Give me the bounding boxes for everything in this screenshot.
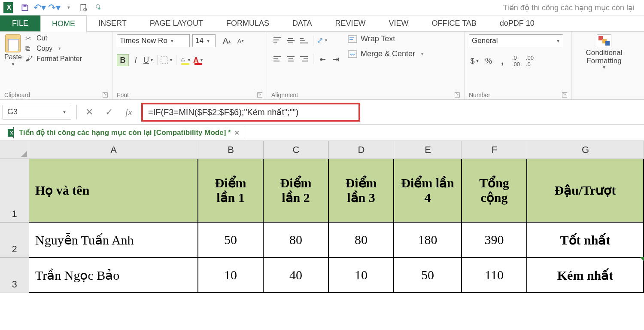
col-header-A[interactable]: A [29,141,198,159]
touch-mode-icon[interactable] [94,3,102,12]
svg-rect-6 [348,36,357,43]
close-tab-icon[interactable]: ✕ [234,129,240,136]
name-box[interactable]: G3▼ [3,105,71,119]
bold-button[interactable]: B [117,54,129,66]
align-bottom-button[interactable] [298,34,310,46]
cell-E2[interactable]: 180 [394,223,462,258]
col-header-G[interactable]: G [527,141,644,159]
col-header-D[interactable]: D [329,141,394,159]
number-format-combo[interactable]: General▼ [469,34,563,47]
quick-access-toolbar: X ↶▾ ↷▾ ▼ [3,2,102,13]
align-left-button[interactable] [271,53,283,65]
cut-button[interactable]: ✂Cut [25,34,82,42]
clipboard-group-label: Clipboard [4,92,30,98]
currency-button[interactable]: $▼ [469,55,481,67]
row-header-1[interactable]: 1 [0,159,29,223]
clipboard-dialog-launcher[interactable] [103,92,108,98]
row-header-2[interactable]: 2 [0,223,29,258]
svg-point-2 [84,8,87,11]
alignment-dialog-launcher[interactable] [455,92,460,98]
decrease-indent-button[interactable]: ⇤ [316,53,328,65]
paste-button[interactable]: Paste ▼ [4,34,22,67]
fill-color-button[interactable]: ▼ [179,54,191,66]
align-middle-button[interactable] [285,34,297,46]
cell-F2[interactable]: 390 [462,223,527,258]
cell-G3[interactable]: Kém nhất [527,258,644,293]
increase-font-button[interactable]: A▴ [221,35,233,47]
format-painter-button[interactable]: 🖌Format Painter [25,55,82,63]
copy-label: Copy [36,45,52,52]
comma-button[interactable]: , [496,55,508,67]
tab-formulas[interactable]: FORMULAS [215,15,281,31]
font-dialog-launcher[interactable] [257,92,262,98]
decrease-decimal-button[interactable]: .00.0 [524,55,536,67]
cell-E3[interactable]: 50 [394,258,462,293]
cell-C2[interactable]: 80 [264,223,329,258]
tab-office-tab[interactable]: OFFICE TAB [420,15,488,31]
font-name-combo[interactable]: Times New Ro▼ [117,34,190,47]
col-header-B[interactable]: B [198,141,264,159]
cell-B3[interactable]: 10 [198,258,264,293]
alignment-group-label: Alignment [271,92,298,98]
redo-icon[interactable]: ↷▾ [50,3,58,12]
percent-button[interactable]: % [483,55,495,67]
cell-A1[interactable]: Họ và tên [29,159,198,223]
cancel-formula-button[interactable]: ✕ [82,105,97,119]
orientation-button[interactable]: ⤢▼ [316,34,328,46]
increase-indent-button[interactable]: ⇥ [330,53,342,65]
undo-icon[interactable]: ↶▾ [35,3,44,12]
number-dialog-launcher[interactable] [562,92,567,98]
align-center-button[interactable] [285,53,297,65]
cell-D2[interactable]: 80 [329,223,394,258]
italic-button[interactable]: I [130,54,142,66]
increase-decimal-button[interactable]: .0.00 [510,55,522,67]
formula-input[interactable]: =IF(F3=MIN($F$2:$F$6);"Kém nhất";"") [141,103,360,122]
col-header-E[interactable]: E [394,141,462,159]
paste-label: Paste [4,53,22,61]
print-preview-icon[interactable] [79,3,88,12]
save-icon[interactable] [21,3,29,12]
font-color-button[interactable]: A▼ [192,54,204,66]
copy-button[interactable]: ⧉Copy▼ [25,45,82,52]
align-right-button[interactable] [298,53,310,65]
cell-C3[interactable]: 40 [264,258,329,293]
tab-view[interactable]: VIEW [377,15,420,31]
tab-home[interactable]: HOME [40,15,87,32]
col-header-F[interactable]: F [462,141,527,159]
tab-page-layout[interactable]: PAGE LAYOUT [138,15,215,31]
cell-B2[interactable]: 50 [198,223,264,258]
cell-F3[interactable]: 110 [462,258,527,293]
font-size-combo[interactable]: 14▼ [192,34,216,47]
tab-insert[interactable]: INSERT [87,15,138,31]
borders-button[interactable]: ▼ [160,54,173,66]
row-header-3[interactable]: 3 [0,258,29,293]
merge-center-label: Merge & Center [361,49,415,58]
fx-button[interactable]: fx [122,105,136,119]
svg-point-4 [98,7,100,9]
cell-F1[interactable]: Tổng cộng [462,159,527,223]
decrease-font-button[interactable]: A▾ [234,35,246,47]
enter-formula-button[interactable]: ✓ [102,105,116,119]
tab-review[interactable]: REVIEW [323,15,377,31]
tab-file[interactable]: FILE [0,15,40,31]
wrap-text-button[interactable]: Wrap Text [348,34,424,43]
cell-B1[interactable]: Điểm lần 1 [198,159,264,223]
cell-G2[interactable]: Tốt nhất [527,223,644,258]
tab-data[interactable]: DATA [281,15,323,31]
underline-button[interactable]: U▼ [143,54,155,66]
col-header-C[interactable]: C [264,141,329,159]
cell-E1[interactable]: Điểm lần 4 [394,159,462,223]
qat-dropdown-icon[interactable]: ▼ [64,3,73,12]
conditional-formatting-button[interactable]: Conditional Formatting ▼ [576,34,632,70]
merge-center-button[interactable]: Merge & Center▼ [348,49,424,58]
cell-G1[interactable]: Đậu/Trượt [527,159,644,223]
workbook-tab-active[interactable]: X Tiến độ thi công các hạng mục còn lại … [3,126,244,139]
select-all-corner[interactable] [0,141,29,159]
cell-C1[interactable]: Điểm lần 2 [264,159,329,223]
align-top-button[interactable] [271,34,283,46]
tab-dopdf[interactable]: doPDF 10 [488,15,546,31]
cell-A3[interactable]: Trần Ngọc Bảo [29,258,198,293]
cell-D1[interactable]: Điểm lần 3 [329,159,394,223]
cell-A2[interactable]: Nguyễn Tuấn Anh [29,223,198,258]
cell-D3[interactable]: 10 [329,258,394,293]
